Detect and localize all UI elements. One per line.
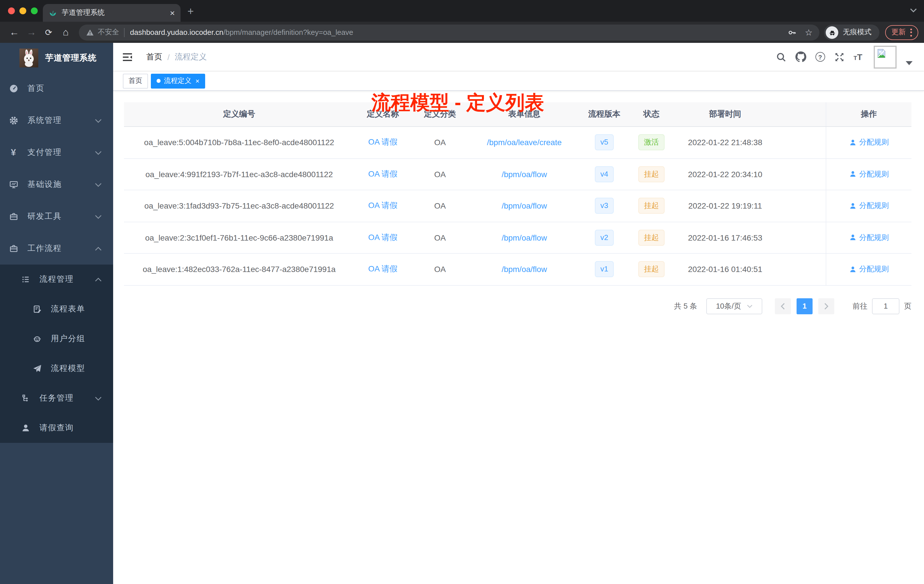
back-button[interactable]: ← — [6, 26, 23, 38]
browser-toolbar: ← → ⟳ ⌂ 不安全 dashboard.yudao.iocoder.cn/b… — [0, 22, 924, 43]
definition-name-link[interactable]: OA 请假 — [354, 201, 411, 211]
definition-id: oa_leave:1:482ec033-762a-11ec-8477-a2380… — [124, 265, 354, 274]
definition-name-link[interactable]: OA 请假 — [354, 137, 411, 148]
sidebar-item-home[interactable]: 首页 — [0, 73, 113, 105]
user-icon — [849, 234, 856, 241]
definition-category: OA — [411, 233, 469, 242]
page-number-button[interactable]: 1 — [797, 298, 813, 314]
assign-rule-button[interactable]: 分配规则 — [849, 233, 889, 243]
page-size-select[interactable]: 10条/页 — [706, 298, 762, 314]
sidebar-item-user-group[interactable]: 用户分组 — [0, 324, 113, 354]
dashboard-icon — [9, 84, 18, 93]
sidebar-logo[interactable]: 芋道管理系统 — [0, 43, 113, 73]
form-link[interactable]: /bpm/oa/flow — [469, 201, 580, 211]
status-badge: 激活 — [638, 135, 665, 150]
avatar[interactable] — [874, 45, 897, 68]
sidebar: 芋道管理系统 首页 系统管理 — [0, 43, 113, 584]
sidebar-collapse-icon[interactable] — [122, 52, 132, 61]
version-badge: v3 — [594, 198, 614, 214]
deploy-time: 2022-01-16 01:40:51 — [674, 265, 776, 274]
zoom-window-button[interactable] — [31, 7, 38, 14]
font-size-icon[interactable]: TT — [853, 53, 862, 61]
page-content: 定义编号 定义名称 定义分类 表单信息 流程版本 状态 部署时间 操作 oa_l… — [113, 91, 924, 314]
definition-id: oa_leave:4:991f2193-7b7f-11ec-a3c8-acde4… — [124, 170, 354, 179]
tag-process-definition[interactable]: 流程定义 × — [151, 73, 205, 88]
security-label[interactable]: 不安全 — [98, 27, 119, 37]
browser-tab[interactable]: 芋道管理系统 × — [43, 4, 181, 22]
sidebar-item-leave-query[interactable]: 请假查询 — [0, 413, 113, 443]
col-definition-id: 定义编号 — [124, 109, 354, 119]
definition-table: 定义编号 定义名称 定义分类 表单信息 流程版本 状态 部署时间 操作 oa_l… — [124, 102, 911, 285]
definition-name-link[interactable]: OA 请假 — [354, 264, 411, 275]
assign-rule-button[interactable]: 分配规则 — [849, 137, 889, 148]
search-icon[interactable] — [776, 52, 786, 62]
form-link[interactable]: /bpm/oa/flow — [469, 233, 580, 242]
new-tab-button[interactable]: + — [187, 5, 194, 18]
url-text[interactable]: dashboard.yudao.iocoder.cn/bpm/manager/d… — [130, 28, 781, 36]
breadcrumb-separator: / — [167, 52, 170, 61]
close-window-button[interactable] — [8, 7, 15, 14]
breadcrumb-current: 流程定义 — [175, 52, 207, 62]
sidebar-item-label: 请假查询 — [40, 423, 74, 433]
github-icon[interactable] — [795, 51, 806, 62]
avatar-caret-down-icon[interactable] — [906, 61, 912, 65]
sidebar-item-payment[interactable]: ¥ 支付管理 — [0, 137, 113, 168]
sidebar-item-process-management[interactable]: 流程管理 — [0, 265, 113, 294]
chrome-update-button[interactable]: 更新 — [885, 25, 918, 40]
sidebar-item-label: 用户分组 — [51, 334, 85, 344]
chevron-down-icon — [95, 214, 102, 219]
sidebar-item-process-model[interactable]: 流程模型 — [0, 354, 113, 383]
sidebar-item-infrastructure[interactable]: 基础设施 — [0, 168, 113, 201]
version-badge: v2 — [594, 230, 614, 246]
breadcrumb-home[interactable]: 首页 — [146, 52, 162, 62]
password-key-icon[interactable] — [787, 28, 797, 37]
definition-category: OA — [411, 170, 469, 179]
browser-menu-kebab-icon[interactable] — [910, 28, 912, 36]
sidebar-item-workflow[interactable]: 工作流程 — [0, 233, 113, 265]
tree-icon — [21, 394, 30, 403]
url-host: dashboard.yudao.iocoder.cn — [130, 28, 223, 36]
sidebar-item-dev-tools[interactable]: 研发工具 — [0, 201, 113, 233]
sidebar-item-process-form[interactable]: 流程表单 — [0, 294, 113, 324]
assign-rule-button[interactable]: 分配规则 — [849, 169, 889, 180]
help-icon[interactable]: ? — [815, 52, 825, 62]
tag-close-icon[interactable]: × — [195, 78, 200, 84]
table-row: oa_leave:5:004b710b-7b8a-11ec-8ef0-acde4… — [124, 127, 911, 158]
tab-search-chevron-icon[interactable] — [910, 8, 917, 13]
fullscreen-icon[interactable] — [834, 52, 844, 62]
top-navbar: 首页 / 流程定义 流程模型 - 定义列表 ? — [113, 43, 924, 71]
favicon-seedling-icon — [49, 8, 57, 17]
bookmark-star-icon[interactable]: ☆ — [805, 27, 813, 38]
definition-name-link[interactable]: OA 请假 — [354, 233, 411, 243]
update-label[interactable]: 更新 — [891, 27, 906, 37]
col-status: 状态 — [629, 109, 674, 119]
form-link[interactable]: /bpm/oa/leave/create — [469, 138, 580, 147]
window-controls[interactable] — [8, 7, 38, 14]
definition-category: OA — [411, 138, 469, 147]
user-icon — [849, 139, 856, 146]
assign-rule-button[interactable]: 分配规则 — [849, 264, 889, 275]
form-link[interactable]: /bpm/oa/flow — [469, 170, 580, 179]
tab-title: 芋道管理系统 — [62, 8, 170, 18]
sidebar-item-system[interactable]: 系统管理 — [0, 105, 113, 137]
home-button[interactable]: ⌂ — [57, 26, 74, 38]
workflow-submenu: 流程管理 流程表单 — [0, 265, 113, 443]
prev-page-button[interactable] — [775, 298, 791, 314]
reload-button[interactable]: ⟳ — [40, 27, 57, 38]
tags-view: 首页 流程定义 × — [113, 71, 924, 91]
definition-name-link[interactable]: OA 请假 — [354, 169, 411, 180]
goto-page-input[interactable] — [872, 298, 899, 314]
sidebar-item-task-management[interactable]: 任务管理 — [0, 383, 113, 413]
minimize-window-button[interactable] — [20, 7, 26, 14]
tab-close-icon[interactable]: × — [170, 8, 175, 17]
tag-home[interactable]: 首页 — [123, 73, 148, 88]
sidebar-item-label: 系统管理 — [27, 115, 62, 126]
form-link[interactable]: /bpm/oa/flow — [469, 265, 580, 274]
assign-rule-button[interactable]: 分配规则 — [849, 201, 889, 211]
url-path: /bpm/manager/definition?key=oa_leave — [223, 28, 353, 36]
sidebar-item-label: 工作流程 — [27, 243, 62, 254]
next-page-button[interactable] — [818, 298, 834, 314]
forward-button[interactable]: → — [23, 26, 40, 38]
browser-tabstrip: 芋道管理系统 × + — [0, 0, 924, 22]
url-bar[interactable]: 不安全 dashboard.yudao.iocoder.cn/bpm/manag… — [79, 24, 819, 40]
